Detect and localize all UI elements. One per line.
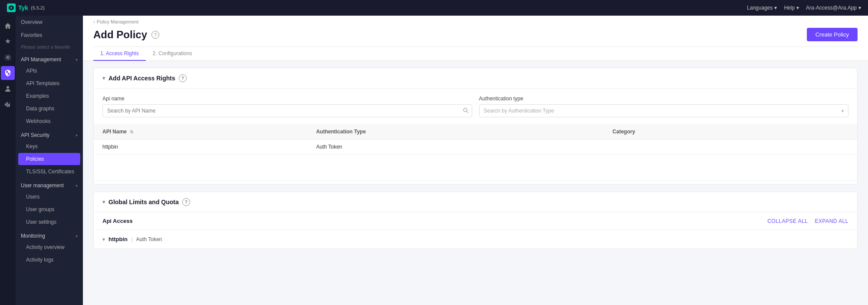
- sidebar-icon-favorites[interactable]: [1, 35, 15, 49]
- languages-menu[interactable]: Languages ▾: [747, 5, 777, 11]
- sidebar-api-management-header[interactable]: API Management ▾: [16, 52, 83, 64]
- languages-label: Languages: [747, 5, 773, 11]
- empty-cell: [94, 155, 857, 181]
- topbar: Tyk (5.5.2) Languages ▾ Help ▾ Ara-Acces…: [0, 0, 868, 16]
- sidebar-item-api-templates[interactable]: API Templates: [18, 77, 80, 90]
- sidebar-item-activity-logs[interactable]: Activity logs: [18, 254, 80, 266]
- sidebar-icon-security[interactable]: [1, 66, 15, 80]
- apis-label: APIs: [26, 68, 37, 74]
- users-label: Users: [26, 194, 39, 200]
- favorites-label: Favorites: [21, 32, 42, 38]
- create-policy-button[interactable]: Create Policy: [807, 28, 858, 41]
- global-limits-help-icon[interactable]: ?: [182, 198, 190, 206]
- add-api-access-header[interactable]: ▾ Add API Access Rights ?: [94, 68, 857, 89]
- topbar-right: Languages ▾ Help ▾ Ara-Access@Ara.App ▾: [747, 5, 861, 11]
- page-title-help-icon[interactable]: ?: [151, 31, 159, 39]
- sidebar-item-favorites[interactable]: Favorites: [16, 29, 83, 42]
- topbar-left: Tyk (5.5.2): [7, 3, 45, 12]
- sidebar-icon-monitoring[interactable]: [1, 97, 15, 111]
- col-api-name-label: API Name: [102, 129, 127, 135]
- sidebar-item-data-graphs[interactable]: Data graphs: [18, 103, 80, 115]
- sidebar-icon-users[interactable]: [1, 82, 15, 96]
- api-name-sort-icon[interactable]: ⇅: [130, 129, 133, 134]
- sidebar-item-webhooks[interactable]: Webhooks: [18, 115, 80, 127]
- table-row[interactable]: httpbin Auth Token: [94, 139, 857, 155]
- svg-point-5: [464, 108, 467, 112]
- tyk-logo: Tyk (5.5.2): [7, 3, 45, 12]
- api-name-filter-group: Api name: [102, 96, 472, 117]
- collapse-all-button[interactable]: COLLAPSE ALL: [767, 218, 808, 224]
- sidebar-monitoring-header[interactable]: Monitoring ▾: [16, 229, 83, 241]
- api-security-label: API Security: [21, 132, 49, 138]
- sidebar-item-examples[interactable]: Examples: [18, 90, 80, 102]
- sidebar-item-activity-overview[interactable]: Activity overview: [18, 241, 80, 253]
- page-title-row: Add Policy ? Create Policy: [93, 24, 858, 46]
- sidebar-nav: Overview Favorites Please select a favor…: [16, 16, 83, 305]
- api-name-label: Api name: [102, 96, 472, 102]
- global-limits-section: ▾ Global Limits and Quota ? Api Access C…: [93, 192, 858, 249]
- activity-overview-label: Activity overview: [26, 244, 65, 250]
- tyk-logo-svg: [8, 5, 14, 11]
- httpbin-name: httpbin: [108, 236, 128, 242]
- help-menu[interactable]: Help ▾: [784, 5, 799, 11]
- main-content: ‹ Policy Management Add Policy ? Create …: [83, 16, 868, 305]
- api-name-search-icon: [463, 107, 469, 115]
- api-table-head: API Name ⇅ Authentication Type Category: [94, 124, 857, 139]
- sidebar-item-users[interactable]: Users: [18, 191, 80, 203]
- sidebar-item-policies[interactable]: Policies: [18, 153, 80, 165]
- monitoring-chevron: ▾: [76, 234, 78, 239]
- global-limits-header[interactable]: ▾ Global Limits and Quota ?: [94, 192, 857, 212]
- question-mark: ?: [154, 32, 157, 37]
- title-group: Add Policy ?: [93, 29, 159, 41]
- svg-point-0: [10, 7, 12, 9]
- httpbin-row[interactable]: ▾ httpbin | Auth Token: [94, 230, 857, 249]
- examples-label: Examples: [26, 93, 49, 99]
- breadcrumb-policy-management[interactable]: Policy Management: [97, 19, 139, 24]
- activity-logs-label: Activity logs: [26, 257, 53, 263]
- sidebar-item-keys[interactable]: Keys: [18, 140, 80, 152]
- svg-rect-2: [5, 103, 6, 106]
- global-limits-title: Global Limits and Quota: [108, 199, 179, 206]
- api-table-header-row: API Name ⇅ Authentication Type Category: [94, 124, 857, 139]
- svg-line-6: [467, 111, 468, 113]
- data-graphs-label: Data graphs: [26, 106, 54, 112]
- sidebar-item-apis[interactable]: APIs: [18, 65, 80, 77]
- global-limits-chevron: ▾: [102, 199, 105, 205]
- api-access-label: Api Access: [102, 218, 133, 224]
- tyk-logo-icon: [7, 3, 16, 12]
- add-api-access-title: Add API Access Rights: [108, 75, 175, 82]
- tab-configurations[interactable]: 2. Configurations: [146, 47, 199, 61]
- sidebar-item-user-settings[interactable]: User settings: [18, 216, 80, 228]
- user-groups-label: User groups: [26, 206, 54, 212]
- api-management-chevron: ▾: [76, 57, 78, 62]
- tab-access-rights[interactable]: 1. Access Rights: [93, 47, 146, 61]
- api-management-label: API Management: [21, 56, 61, 63]
- auth-type-select[interactable]: Search by Authentication Type Auth Token: [479, 104, 849, 117]
- sidebar-icon-rail: [0, 16, 16, 305]
- api-templates-label: API Templates: [26, 80, 59, 86]
- sidebar-icon-home[interactable]: [1, 19, 15, 33]
- expand-all-button[interactable]: EXPAND ALL: [815, 218, 848, 224]
- breadcrumb: ‹ Policy Management: [93, 16, 858, 24]
- api-name-input[interactable]: [102, 104, 472, 117]
- sidebar-item-tls-ssl[interactable]: TLS/SSL Certificates: [18, 166, 80, 178]
- tyk-version: (5.5.2): [31, 5, 45, 10]
- api-name-input-wrap: [102, 104, 472, 117]
- sidebar-api-security-header[interactable]: API Security ▾: [16, 128, 83, 140]
- add-api-access-help-icon[interactable]: ?: [179, 74, 187, 82]
- row-category: [604, 139, 780, 155]
- user-menu[interactable]: Ara-Access@Ara.App ▾: [806, 5, 861, 11]
- sidebar-item-overview[interactable]: Overview: [16, 16, 83, 29]
- sidebar-user-management-header[interactable]: User management ▾: [16, 178, 83, 190]
- monitoring-label: Monitoring: [21, 233, 45, 239]
- api-table-wrapper: API Name ⇅ Authentication Type Category: [94, 124, 857, 184]
- user-settings-label: User settings: [26, 219, 56, 225]
- full-sidebar: Overview Favorites Please select a favor…: [0, 16, 83, 305]
- col-auth-type-label: Authentication Type: [316, 129, 365, 135]
- policies-label: Policies: [26, 156, 44, 162]
- api-access-bar: Api Access COLLAPSE ALL EXPAND ALL: [94, 212, 857, 230]
- page-header: ‹ Policy Management Add Policy ? Create …: [83, 16, 868, 61]
- sidebar-item-user-groups[interactable]: User groups: [18, 203, 80, 215]
- auth-type-label: Authentication type: [479, 96, 849, 102]
- sidebar-icon-gear[interactable]: [1, 50, 15, 64]
